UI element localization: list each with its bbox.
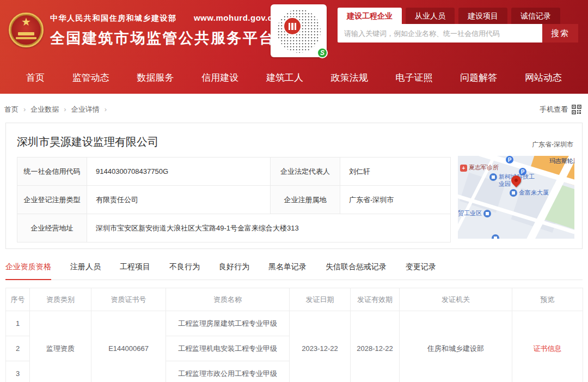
tab-bad-behavior[interactable]: 不良行为 <box>169 262 200 280</box>
nav-item-credit-building[interactable]: 信用建设 <box>201 71 238 84</box>
nav-item-e-certificates[interactable]: 电子证照 <box>396 71 433 84</box>
col-header-preview: 预览 <box>512 288 583 311</box>
emblem-gate-icon <box>18 32 34 35</box>
nav-item-home[interactable]: 首页 <box>26 71 45 84</box>
search-tab-practitioners[interactable]: 从业人员 <box>406 8 455 24</box>
breadcrumb-enterprise-detail[interactable]: 企业详情 <box>71 105 112 114</box>
search-input[interactable] <box>338 24 542 43</box>
company-region: 广东省-深圳市 <box>532 140 573 149</box>
building-icon <box>510 189 517 197</box>
tab-registered-personnel[interactable]: 注册人员 <box>70 262 101 280</box>
national-emblem-logo: ★ <box>9 13 44 47</box>
emblem-gate-icon <box>16 37 36 39</box>
building-icon <box>289 23 296 30</box>
site-header: ★ 中华人民共和国住房和城乡建设部 www.mohurd.gov.cn 全国建筑… <box>0 0 588 94</box>
col-header-name: 资质名称 <box>166 288 290 311</box>
nav-item-supervision-news[interactable]: 监管动态 <box>72 71 109 84</box>
tab-qualifications[interactable]: 企业资质资格 <box>5 262 51 280</box>
search-button[interactable]: 搜索 <box>542 24 578 43</box>
valid-until-date: 2028-12-22 <box>351 311 400 382</box>
address-value: 深圳市宝安区新安街道大浪社区大宝路49-1号金富来综合大楼313 <box>87 214 451 242</box>
address-label: 企业经营地址 <box>17 214 87 242</box>
tab-change-records[interactable]: 变更记录 <box>406 262 436 280</box>
map-poi-tower: 金富来大厦 <box>510 189 549 197</box>
reg-type-label: 企业登记注册类型 <box>17 186 87 214</box>
building-icon <box>489 173 497 181</box>
col-header-issue-date: 发证日期 <box>290 288 351 311</box>
qualification-table: 序号 资质类别 资质证书号 资质名称 发证日期 发证有效期 发证机关 预览 1 … <box>5 288 583 382</box>
qualification-name: 工程监理市政公用工程专业甲级 <box>166 361 290 382</box>
search-category-tabs: 建设工程企业 从业人员 建设项目 诚信记录 <box>338 8 578 24</box>
col-header-valid-until: 发证有效期 <box>351 288 400 311</box>
nav-item-site-news[interactable]: 网站动态 <box>525 71 562 84</box>
certificate-info-link[interactable]: 证书信息 <box>534 344 562 353</box>
col-header-category: 资质类别 <box>30 288 91 311</box>
breadcrumb-enterprise-data[interactable]: 企业数据 <box>30 105 71 114</box>
tab-projects[interactable]: 工程项目 <box>120 262 150 280</box>
platform-title: 全国建筑市场监管公共服务平台 <box>50 28 278 48</box>
legal-rep-label: 企业法定代表人 <box>271 157 340 186</box>
qr-center-logo <box>283 17 302 35</box>
credit-code-value: 91440300708437750G <box>87 157 271 186</box>
enterprise-detail-tabs: 企业资质资格 注册人员 工程项目 不良行为 良好行为 黑名单记录 失信联合惩戒记… <box>5 253 583 280</box>
nav-item-construction-workers[interactable]: 建筑工人 <box>266 71 303 84</box>
credit-code-label: 统一社会信用代码 <box>17 157 87 186</box>
map-poi-clinic: + 夏志军诊所 <box>460 163 499 172</box>
reg-place-label: 企业注册属地 <box>271 186 340 214</box>
table-row: 1 监理资质 E144000667 工程监理房屋建筑工程专业甲级 2023-12… <box>6 311 583 336</box>
issuing-authority: 住房和城乡建设部 <box>400 311 512 382</box>
qualification-name: 工程监理机电安装工程专业甲级 <box>166 336 290 361</box>
col-header-cert-no: 资质证书号 <box>91 288 166 311</box>
row-no: 1 <box>6 311 30 336</box>
tab-good-behavior[interactable]: 良好行为 <box>219 262 249 280</box>
row-no: 3 <box>6 361 30 382</box>
issue-date: 2023-12-22 <box>290 311 351 382</box>
wechat-qr-code: S <box>271 4 327 57</box>
emblem-star-icon: ★ <box>10 16 42 27</box>
search-tab-construction-enterprise[interactable]: 建设工程企业 <box>338 8 402 24</box>
main-navigation: 首页 监管动态 数据服务 信用建设 建筑工人 政策法规 电子证照 问题解答 网站… <box>0 61 588 94</box>
breadcrumb: 首页 企业数据 企业详情 <box>4 105 112 114</box>
breadcrumb-home[interactable]: 首页 <box>4 105 30 114</box>
building-icon <box>483 210 491 217</box>
nav-item-faq[interactable]: 问题解答 <box>460 71 497 84</box>
mobile-view-label: 手机查看 <box>540 105 568 114</box>
company-info-table: 统一社会信用代码 91440300708437750G 企业法定代表人 刘仁轩 … <box>17 157 451 242</box>
legal-rep-value: 刘仁轩 <box>340 157 451 186</box>
nav-item-data-services[interactable]: 数据服务 <box>137 71 174 84</box>
clinic-icon: + <box>460 165 467 172</box>
qr-code-icon <box>572 105 581 114</box>
map-poi-partial <box>492 234 499 239</box>
search-tab-credit-records[interactable]: 诚信记录 <box>511 8 560 24</box>
col-header-authority: 发证机关 <box>400 288 512 311</box>
map-poi-industry-zone: 贸工业区 <box>458 209 491 217</box>
reg-type-value: 有限责任公司 <box>87 186 271 214</box>
nav-item-policies[interactable]: 政策法规 <box>331 71 368 84</box>
qualification-category: 监理资质 <box>30 311 91 382</box>
col-header-no: 序号 <box>6 288 30 311</box>
mobile-view-button[interactable]: 手机查看 <box>540 105 581 114</box>
company-location-map[interactable]: + 夏志军诊所 P P 新柯城科技工业园 金富来大厦 玛吉斯轮胎 贸工业区 <box>458 156 574 239</box>
ministry-website-link[interactable]: www.mohurd.gov.cn <box>194 13 278 22</box>
map-parking-icon: P <box>506 156 513 163</box>
tab-blacklist[interactable]: 黑名单记录 <box>268 262 307 280</box>
certificate-number: E144000667 <box>91 311 166 382</box>
company-name: 深圳市昊源建设监理有限公司 <box>6 123 582 149</box>
map-poi-tires: 玛吉斯轮胎 <box>549 157 574 165</box>
reg-place-value: 广东省-深圳市 <box>340 186 451 214</box>
search-tab-projects[interactable]: 建设项目 <box>458 8 507 24</box>
company-detail-card: 深圳市昊源建设监理有限公司 广东省-深圳市 统一社会信用代码 914403007… <box>5 123 583 249</box>
ministry-name: 中华人民共和国住房和城乡建设部 <box>50 14 177 22</box>
tab-dishonesty-records[interactable]: 失信联合惩戒记录 <box>326 262 387 280</box>
miniprogram-icon: S <box>317 47 328 58</box>
row-no: 2 <box>6 336 30 361</box>
qualification-name: 工程监理房屋建筑工程专业甲级 <box>166 311 290 336</box>
